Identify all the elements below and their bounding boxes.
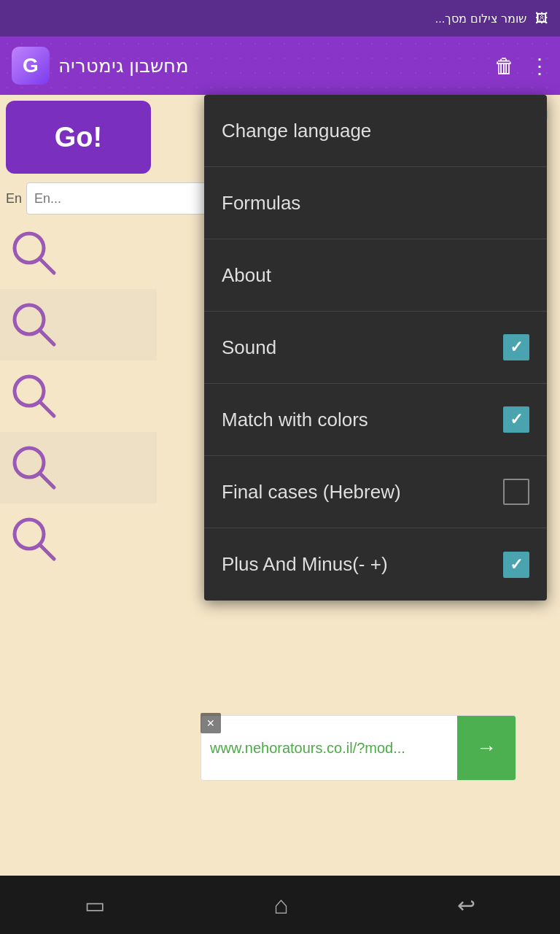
magnifier-icon [9,228,60,279]
list-item [0,432,157,503]
status-text: שומר צילום מסך... [435,12,526,26]
ad-close-button[interactable]: ✕ [201,713,221,733]
dropdown-menu: Change language Formulas About Sound ✓ M… [204,95,547,601]
menu-item-label: Formulas [222,192,300,215]
bottom-nav: ▭ ⌂ ↩ [0,876,560,934]
home-button[interactable]: ⌂ [273,891,289,919]
trash-icon[interactable]: 🗑 [494,54,515,78]
menu-item-plus-and-minus[interactable]: Plus And Minus(- +) ✓ [204,528,547,601]
magnifier-icon [9,371,60,422]
overflow-menu-icon[interactable]: ⋮ [529,54,548,78]
lang-indicator: En [6,191,22,207]
list-item [0,289,157,360]
go-button[interactable]: Go! [6,101,151,174]
app-bar-right: 🗑 ⋮ [494,54,548,78]
menu-item-label: Change language [222,120,371,142]
svg-line-5 [40,402,54,416]
app-bar: G מחשבון גימטריה 🗑 ⋮ [0,36,560,95]
list-item [0,217,157,289]
menu-item-label: Final cases (Hebrew) [222,481,401,503]
final-cases-checkbox[interactable] [503,479,529,505]
app-icon: G [12,47,50,85]
checkmark-icon: ✓ [510,555,523,574]
svg-line-1 [40,259,54,273]
magnifier-icon [9,442,60,493]
list-item [0,360,157,432]
menu-item-label: Plus And Minus(- +) [222,553,388,576]
checkmark-icon: ✓ [510,410,523,429]
menu-item-label: About [222,264,271,287]
main-content: Go! En [0,95,560,876]
close-icon: ✕ [206,717,215,729]
menu-item-final-cases[interactable]: Final cases (Hebrew) [204,456,547,528]
menu-item-label: Match with colors [222,409,368,431]
back-button[interactable]: ↩ [457,892,475,918]
app-icon-letter: G [23,54,39,77]
ad-banner: www.nehoratours.co.il/?mod... → [201,715,516,781]
recents-button[interactable]: ▭ [85,892,105,918]
status-bar: שומר צילום מסך... 🖼 [0,0,560,36]
app-title: מחשבון גימטריה [58,55,189,77]
magnifier-icon [9,514,60,565]
magnifier-icon [9,299,60,350]
plus-minus-checkbox[interactable]: ✓ [503,552,529,578]
svg-line-9 [40,545,54,559]
ad-arrow-button[interactable]: → [457,716,516,780]
svg-line-7 [40,474,54,487]
menu-item-match-with-colors[interactable]: Match with colors ✓ [204,384,547,456]
menu-item-change-language[interactable]: Change language [204,95,547,167]
match-colors-checkbox[interactable]: ✓ [503,406,529,433]
menu-item-formulas[interactable]: Formulas [204,167,547,239]
checkmark-icon: ✓ [510,338,523,357]
ad-url-text: www.nehoratours.co.il/?mod... [201,740,457,757]
list-item [0,503,157,575]
app-bar-left: G מחשבון גימטריה [12,47,189,85]
menu-item-about[interactable]: About [204,239,547,312]
menu-item-label: Sound [222,336,276,359]
input-row: En [0,180,157,217]
svg-line-3 [40,331,54,344]
ad-arrow-icon: → [476,736,497,760]
menu-item-sound[interactable]: Sound ✓ [204,312,547,384]
screenshot-icon: 🖼 [535,11,548,26]
left-panel: Go! En [0,95,157,876]
sound-checkbox[interactable]: ✓ [503,334,529,360]
result-rows [0,217,157,876]
